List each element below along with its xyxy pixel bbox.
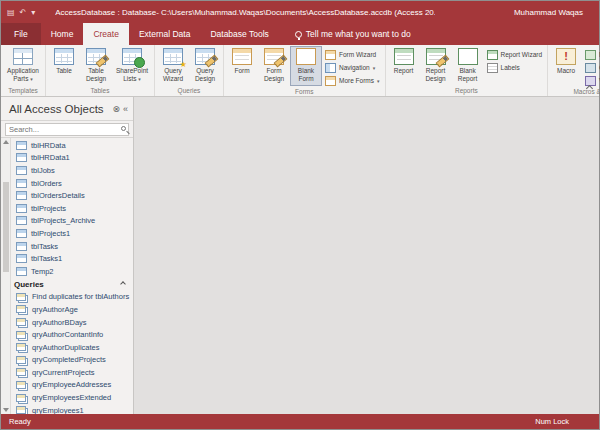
tab-external-data[interactable]: External Data — [129, 23, 201, 45]
nav-item-query[interactable]: qryAuthorAge — [11, 303, 133, 316]
table-icon — [16, 254, 27, 263]
tell-me-box[interactable]: Tell me what you want to do — [295, 23, 411, 45]
query-icon — [16, 293, 26, 301]
nav-item-table[interactable]: tblTasks1 — [11, 252, 133, 265]
table-icon — [16, 191, 27, 200]
module-icon — [585, 50, 596, 60]
dropdown-arrow-icon: ▾ — [30, 76, 33, 82]
button-label: Report Design — [420, 67, 452, 83]
table-icon — [16, 204, 27, 213]
access-window: ▤ ↶ ▾ AccessDatabase : Database- C:\User… — [0, 0, 600, 430]
status-bar: Ready Num Lock — [1, 414, 599, 429]
nav-item-query[interactable]: qryEmployees1 — [11, 404, 133, 414]
nav-item-table[interactable]: tblProjects_Archive — [11, 215, 133, 228]
report-button[interactable]: Report — [388, 46, 420, 86]
tab-file[interactable]: File — [1, 23, 41, 45]
tab-database-tools[interactable]: Database Tools — [200, 23, 278, 45]
nav-scrollbar[interactable] — [1, 138, 11, 414]
nav-item-query[interactable]: qryEmployeeAddresses — [11, 379, 133, 392]
nav-item-query[interactable]: qryAuthorDuplicates — [11, 341, 133, 354]
customize-qat-icon[interactable]: ▾ — [31, 8, 35, 17]
application-parts-button[interactable]: Application Parts ▾ — [3, 46, 43, 86]
form-design-button[interactable]: Form Design — [258, 46, 290, 86]
query-wizard-button[interactable]: Query Wizard — [157, 46, 189, 86]
form-wizard-icon — [325, 50, 336, 60]
dropdown-arrow-icon: ▾ — [373, 65, 376, 71]
nav-item-query[interactable]: qryCompletedProjects — [11, 354, 133, 367]
nav-item-query[interactable]: qryAuthorContantInfo — [11, 328, 133, 341]
scroll-up-icon[interactable] — [3, 140, 9, 144]
navigation-button[interactable]: Navigation ▾ — [322, 61, 383, 74]
nav-item-table[interactable]: tblOrdersDetails — [11, 189, 133, 202]
scrollbar-thumb[interactable] — [3, 182, 9, 272]
nav-pane-title[interactable]: All Access Objects — [9, 103, 109, 115]
query-icon — [16, 394, 26, 402]
visual-basic-icon — [585, 76, 596, 86]
blank-form-icon — [296, 48, 316, 65]
nav-item-table[interactable]: tblHRData — [11, 139, 133, 152]
collapse-section-icon — [120, 281, 126, 287]
button-label: Navigation — [339, 64, 370, 71]
button-label: Blank Form — [291, 67, 321, 83]
shutter-bar-close-icon[interactable]: « — [123, 104, 128, 114]
class-module-icon — [585, 63, 596, 73]
query-icon — [16, 368, 26, 376]
undo-icon[interactable]: ↶ — [20, 8, 27, 17]
class-module-button[interactable]: Class Module — [582, 61, 600, 74]
nav-item-label: qryAuthorAge — [32, 305, 78, 314]
macro-button[interactable]: Macro — [550, 46, 582, 86]
nav-item-query[interactable]: qryEmployeesExtended — [11, 391, 133, 404]
query-icon — [16, 331, 26, 339]
nav-item-label: Temp2 — [31, 267, 54, 276]
query-design-button[interactable]: Query Design — [189, 46, 221, 86]
nav-item-query[interactable]: Find duplicates for tblAuthors — [11, 291, 133, 304]
table-button[interactable]: Table — [48, 46, 80, 86]
blank-form-button[interactable]: Blank Form — [290, 46, 322, 86]
form-button[interactable]: Form — [226, 46, 258, 86]
labels-icon — [487, 63, 498, 73]
search-input[interactable] — [5, 123, 129, 136]
nav-item-label: tblProjects1 — [31, 229, 70, 238]
form-wizard-button[interactable]: Form Wizard — [322, 48, 383, 61]
module-button[interactable]: Module — [582, 48, 600, 61]
tab-home[interactable]: Home — [41, 23, 84, 45]
save-icon[interactable]: ▤ — [7, 8, 15, 17]
nav-item-label: qryCompletedProjects — [32, 355, 106, 364]
nav-item-table[interactable]: tblProjects1 — [11, 227, 133, 240]
nav-item-table[interactable]: tblTasks — [11, 240, 133, 253]
nav-item-label: tblOrders — [31, 179, 62, 188]
nav-item-table[interactable]: tblJobs — [11, 164, 133, 177]
visual-basic-button[interactable]: Visual Basic — [582, 74, 600, 87]
nav-item-table[interactable]: tblHRData1 — [11, 152, 133, 165]
button-label: Form — [234, 67, 249, 75]
blank-report-button[interactable]: Blank Report — [452, 46, 484, 86]
nav-item-query[interactable]: qryAuthorBDays — [11, 316, 133, 329]
table-icon — [16, 141, 27, 150]
nav-item-label: qryAuthorContantInfo — [32, 330, 103, 339]
query-icon — [16, 343, 26, 351]
report-design-button[interactable]: Report Design — [420, 46, 452, 86]
button-label: Application Parts — [7, 67, 39, 82]
scroll-down-icon[interactable] — [3, 408, 9, 412]
table-design-button[interactable]: Table Design — [80, 46, 112, 86]
ribbon-group-forms: Form Form Design Blank Form Form Wizard — [224, 45, 386, 96]
close-circle-icon[interactable]: ⊗ — [112, 104, 120, 114]
nav-item-query[interactable]: qryCurrentProjects — [11, 366, 133, 379]
button-label: Form Wizard — [339, 51, 376, 58]
query-icon — [16, 356, 26, 364]
labels-button[interactable]: Labels — [484, 61, 546, 74]
nav-item-table[interactable]: Temp2 — [11, 265, 133, 278]
account-user-name[interactable]: Muhammad Waqas — [514, 8, 583, 17]
nav-item-label: tblProjects — [31, 204, 66, 213]
nav-item-table[interactable]: tblProjects — [11, 202, 133, 215]
button-label: Query Design — [189, 67, 221, 83]
nav-section-queries[interactable]: Queries — [11, 278, 133, 291]
nav-item-label: tblOrdersDetails — [31, 191, 85, 200]
group-label-templates: Templates — [3, 86, 43, 96]
tab-create[interactable]: Create — [83, 23, 129, 45]
more-forms-button[interactable]: More Forms ▾ — [322, 74, 383, 87]
nav-item-table[interactable]: tblOrders — [11, 177, 133, 190]
table-icon — [16, 216, 27, 225]
report-wizard-button[interactable]: Report Wizard — [484, 48, 546, 61]
sharepoint-lists-button[interactable]: SharePoint Lists ▾ — [112, 46, 152, 86]
